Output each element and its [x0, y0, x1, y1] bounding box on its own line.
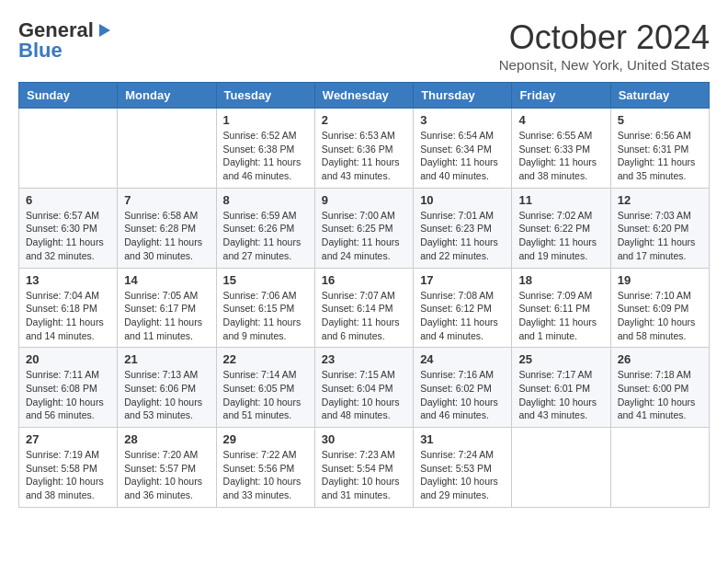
- day-number: 15: [223, 273, 308, 287]
- day-number: 16: [322, 273, 406, 287]
- cell-content: Sunrise: 7:15 AM Sunset: 6:04 PM Dayligh…: [322, 368, 406, 422]
- calendar-cell: 30Sunrise: 7:23 AM Sunset: 5:54 PM Dayli…: [314, 428, 413, 508]
- column-header-wednesday: Wednesday: [314, 83, 413, 109]
- calendar-cell: 18Sunrise: 7:09 AM Sunset: 6:11 PM Dayli…: [512, 268, 610, 348]
- calendar-cell: 14Sunrise: 7:05 AM Sunset: 6:17 PM Dayli…: [118, 268, 216, 348]
- column-header-saturday: Saturday: [610, 83, 709, 109]
- day-number: 9: [322, 193, 406, 207]
- day-number: 22: [223, 352, 308, 366]
- cell-content: Sunrise: 7:08 AM Sunset: 6:12 PM Dayligh…: [420, 289, 505, 343]
- logo-arrow-icon: [96, 22, 112, 39]
- calendar-cell: 23Sunrise: 7:15 AM Sunset: 6:04 PM Dayli…: [314, 348, 413, 428]
- day-number: 25: [518, 352, 603, 366]
- day-number: 13: [26, 273, 110, 287]
- calendar-cell: 10Sunrise: 7:01 AM Sunset: 6:23 PM Dayli…: [414, 188, 512, 268]
- logo-blue: Blue: [18, 39, 63, 63]
- title-block: October 2024 Neponsit, New York, United …: [499, 18, 710, 73]
- calendar-cell: 21Sunrise: 7:13 AM Sunset: 6:06 PM Dayli…: [118, 348, 216, 428]
- page-header: General Blue October 2024 Neponsit, New …: [18, 18, 710, 73]
- day-number: 23: [322, 352, 406, 366]
- cell-content: Sunrise: 6:55 AM Sunset: 6:33 PM Dayligh…: [518, 129, 603, 183]
- cell-content: Sunrise: 6:56 AM Sunset: 6:31 PM Dayligh…: [618, 129, 702, 183]
- day-number: 8: [223, 193, 308, 207]
- calendar-cell: 27Sunrise: 7:19 AM Sunset: 5:58 PM Dayli…: [19, 428, 118, 508]
- calendar-cell: 29Sunrise: 7:22 AM Sunset: 5:56 PM Dayli…: [216, 428, 314, 508]
- calendar-cell: 6Sunrise: 6:57 AM Sunset: 6:30 PM Daylig…: [19, 188, 118, 268]
- day-number: 27: [26, 432, 110, 446]
- day-number: 14: [124, 273, 209, 287]
- cell-content: Sunrise: 7:05 AM Sunset: 6:17 PM Dayligh…: [124, 289, 209, 343]
- day-number: 5: [618, 113, 702, 127]
- calendar-table: SundayMondayTuesdayWednesdayThursdayFrid…: [18, 82, 710, 508]
- month-title: October 2024: [499, 18, 710, 57]
- calendar-cell: 16Sunrise: 7:07 AM Sunset: 6:14 PM Dayli…: [314, 268, 413, 348]
- day-number: 20: [26, 352, 110, 366]
- logo: General Blue: [18, 18, 114, 63]
- day-number: 3: [420, 113, 505, 127]
- day-number: 12: [618, 193, 702, 207]
- calendar-cell: 25Sunrise: 7:17 AM Sunset: 6:01 PM Dayli…: [512, 348, 610, 428]
- calendar-week-row: 1Sunrise: 6:52 AM Sunset: 6:38 PM Daylig…: [19, 109, 710, 189]
- calendar-cell: 20Sunrise: 7:11 AM Sunset: 6:08 PM Dayli…: [19, 348, 118, 428]
- cell-content: Sunrise: 7:19 AM Sunset: 5:58 PM Dayligh…: [26, 448, 110, 502]
- calendar-cell: [19, 109, 118, 189]
- cell-content: Sunrise: 6:54 AM Sunset: 6:34 PM Dayligh…: [420, 129, 505, 183]
- day-number: 19: [618, 273, 702, 287]
- day-number: 24: [420, 352, 505, 366]
- cell-content: Sunrise: 7:00 AM Sunset: 6:25 PM Dayligh…: [322, 209, 406, 263]
- calendar-cell: 26Sunrise: 7:18 AM Sunset: 6:00 PM Dayli…: [610, 348, 709, 428]
- calendar-cell: 22Sunrise: 7:14 AM Sunset: 6:05 PM Dayli…: [216, 348, 314, 428]
- cell-content: Sunrise: 7:11 AM Sunset: 6:08 PM Dayligh…: [26, 368, 110, 422]
- cell-content: Sunrise: 7:16 AM Sunset: 6:02 PM Dayligh…: [420, 368, 505, 422]
- calendar-cell: 24Sunrise: 7:16 AM Sunset: 6:02 PM Dayli…: [414, 348, 512, 428]
- column-header-sunday: Sunday: [19, 83, 118, 109]
- column-header-thursday: Thursday: [414, 83, 512, 109]
- calendar-cell: 12Sunrise: 7:03 AM Sunset: 6:20 PM Dayli…: [610, 188, 709, 268]
- day-number: 17: [420, 273, 505, 287]
- cell-content: Sunrise: 7:20 AM Sunset: 5:57 PM Dayligh…: [124, 448, 209, 502]
- calendar-cell: 4Sunrise: 6:55 AM Sunset: 6:33 PM Daylig…: [512, 109, 610, 189]
- day-number: 11: [518, 193, 603, 207]
- day-number: 4: [518, 113, 603, 127]
- calendar-cell: 9Sunrise: 7:00 AM Sunset: 6:25 PM Daylig…: [314, 188, 413, 268]
- calendar-cell: 5Sunrise: 6:56 AM Sunset: 6:31 PM Daylig…: [610, 109, 709, 189]
- cell-content: Sunrise: 7:03 AM Sunset: 6:20 PM Dayligh…: [618, 209, 702, 263]
- day-number: 2: [322, 113, 406, 127]
- cell-content: Sunrise: 6:59 AM Sunset: 6:26 PM Dayligh…: [223, 209, 308, 263]
- calendar-cell: 2Sunrise: 6:53 AM Sunset: 6:36 PM Daylig…: [314, 109, 413, 189]
- column-header-friday: Friday: [512, 83, 610, 109]
- cell-content: Sunrise: 7:02 AM Sunset: 6:22 PM Dayligh…: [518, 209, 603, 263]
- day-number: 26: [618, 352, 702, 366]
- cell-content: Sunrise: 7:17 AM Sunset: 6:01 PM Dayligh…: [518, 368, 603, 422]
- cell-content: Sunrise: 7:23 AM Sunset: 5:54 PM Dayligh…: [322, 448, 406, 502]
- calendar-cell: 11Sunrise: 7:02 AM Sunset: 6:22 PM Dayli…: [512, 188, 610, 268]
- cell-content: Sunrise: 6:57 AM Sunset: 6:30 PM Dayligh…: [26, 209, 110, 263]
- day-number: 29: [223, 432, 308, 446]
- calendar-cell: 17Sunrise: 7:08 AM Sunset: 6:12 PM Dayli…: [414, 268, 512, 348]
- calendar-cell: 7Sunrise: 6:58 AM Sunset: 6:28 PM Daylig…: [118, 188, 216, 268]
- cell-content: Sunrise: 7:07 AM Sunset: 6:14 PM Dayligh…: [322, 289, 406, 343]
- cell-content: Sunrise: 7:18 AM Sunset: 6:00 PM Dayligh…: [618, 368, 702, 422]
- cell-content: Sunrise: 7:24 AM Sunset: 5:53 PM Dayligh…: [420, 448, 505, 502]
- cell-content: Sunrise: 7:10 AM Sunset: 6:09 PM Dayligh…: [618, 289, 702, 343]
- calendar-cell: 3Sunrise: 6:54 AM Sunset: 6:34 PM Daylig…: [414, 109, 512, 189]
- calendar-week-row: 27Sunrise: 7:19 AM Sunset: 5:58 PM Dayli…: [19, 428, 710, 508]
- cell-content: Sunrise: 6:52 AM Sunset: 6:38 PM Dayligh…: [223, 129, 308, 183]
- cell-content: Sunrise: 7:14 AM Sunset: 6:05 PM Dayligh…: [223, 368, 308, 422]
- day-number: 1: [223, 113, 308, 127]
- calendar-week-row: 13Sunrise: 7:04 AM Sunset: 6:18 PM Dayli…: [19, 268, 710, 348]
- cell-content: Sunrise: 7:09 AM Sunset: 6:11 PM Dayligh…: [518, 289, 603, 343]
- calendar-cell: 19Sunrise: 7:10 AM Sunset: 6:09 PM Dayli…: [610, 268, 709, 348]
- cell-content: Sunrise: 7:06 AM Sunset: 6:15 PM Dayligh…: [223, 289, 308, 343]
- calendar-cell: 13Sunrise: 7:04 AM Sunset: 6:18 PM Dayli…: [19, 268, 118, 348]
- day-number: 21: [124, 352, 209, 366]
- day-number: 6: [26, 193, 110, 207]
- svg-marker-0: [99, 24, 110, 37]
- day-number: 28: [124, 432, 209, 446]
- calendar-cell: 31Sunrise: 7:24 AM Sunset: 5:53 PM Dayli…: [414, 428, 512, 508]
- calendar-cell: 15Sunrise: 7:06 AM Sunset: 6:15 PM Dayli…: [216, 268, 314, 348]
- column-header-monday: Monday: [118, 83, 216, 109]
- calendar-cell: 1Sunrise: 6:52 AM Sunset: 6:38 PM Daylig…: [216, 109, 314, 189]
- cell-content: Sunrise: 6:58 AM Sunset: 6:28 PM Dayligh…: [124, 209, 209, 263]
- cell-content: Sunrise: 6:53 AM Sunset: 6:36 PM Dayligh…: [322, 129, 406, 183]
